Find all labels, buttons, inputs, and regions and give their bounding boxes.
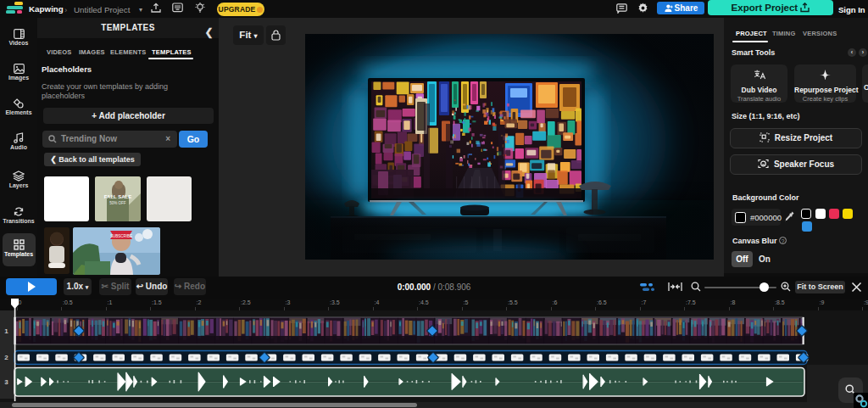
svg-text:50% OFF: 50% OFF <box>109 201 126 205</box>
svg-text:FALL SALE: FALL SALE <box>104 194 132 199</box>
svg-text:SUBSCRIBE: SUBSCRIBE <box>110 234 132 238</box>
